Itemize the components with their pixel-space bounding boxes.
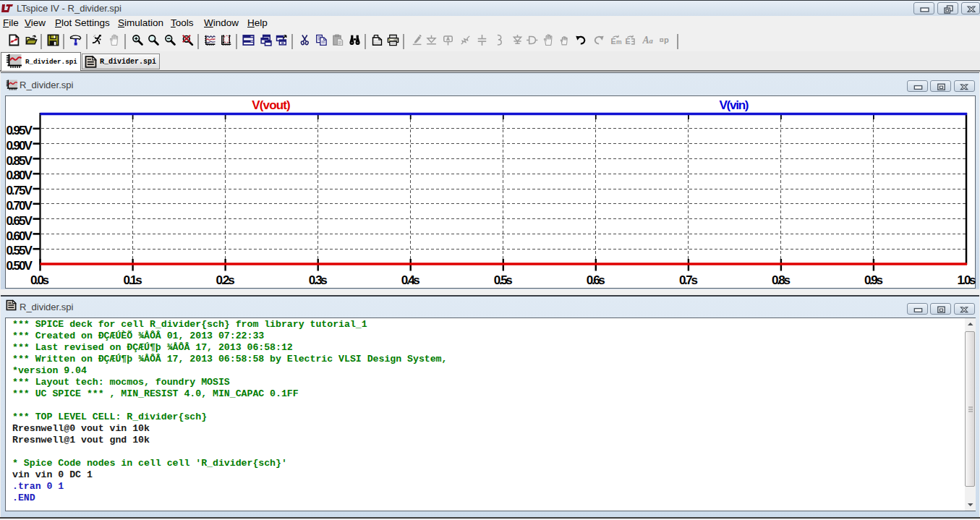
svg-text:V(vin): V(vin): [720, 98, 749, 112]
svg-text:0.6s: 0.6s: [587, 273, 605, 287]
svg-text:0.55V: 0.55V: [6, 244, 33, 257]
svg-text:0.5s: 0.5s: [494, 273, 513, 287]
svg-text:a: a: [649, 37, 654, 45]
svg-text:0.9s: 0.9s: [864, 273, 883, 287]
svg-text:0.4s: 0.4s: [401, 273, 420, 287]
svg-text:0.60V: 0.60V: [6, 229, 33, 243]
svg-text:V(vout): V(vout): [252, 98, 291, 112]
svg-text:0.8s: 0.8s: [772, 273, 791, 287]
svg-text:0.3s: 0.3s: [309, 273, 328, 287]
svg-text:0.90V: 0.90V: [6, 139, 33, 153]
svg-text:E: E: [610, 37, 615, 46]
svg-text:0.75V: 0.75V: [6, 184, 33, 197]
svg-text:0.95V: 0.95V: [6, 124, 33, 137]
svg-text:0.70V: 0.70V: [6, 199, 33, 213]
svg-text:0.50V: 0.50V: [6, 259, 33, 273]
svg-text:m: m: [616, 38, 622, 46]
svg-text:1.0s: 1.0s: [958, 273, 976, 287]
svg-text:A: A: [642, 35, 649, 46]
svg-text:0.2s: 0.2s: [216, 273, 235, 287]
svg-text:0.65V: 0.65V: [6, 214, 33, 228]
svg-text:0.0s: 0.0s: [30, 273, 49, 287]
svg-text:E: E: [625, 37, 630, 46]
svg-text:0.7s: 0.7s: [679, 273, 698, 287]
svg-text:0.80V: 0.80V: [6, 169, 33, 182]
svg-text:0.1s: 0.1s: [124, 273, 142, 287]
svg-text:0.85V: 0.85V: [6, 154, 33, 168]
svg-text:p: p: [664, 35, 669, 44]
